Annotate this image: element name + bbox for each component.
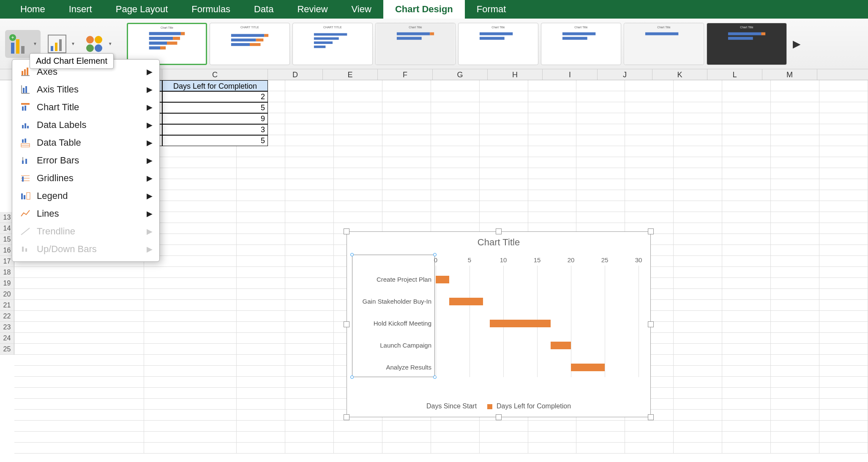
chart-style-7[interactable]: Chart Title [624,23,704,65]
resize-handle[interactable] [344,228,349,234]
svg-rect-54 [27,68,28,75]
svg-rect-81 [25,248,27,252]
tab-view[interactable]: View [340,0,383,19]
tab-chart-design[interactable]: Chart Design [383,0,465,19]
data-bar[interactable] [449,298,483,305]
data-bar[interactable] [571,364,605,371]
style-gallery-more-button[interactable]: ▶ [789,38,804,50]
svg-rect-68 [22,139,24,143]
chart-style-1[interactable]: Chart Title [127,23,207,65]
menu-item-gridlines[interactable]: Gridlines ▶ [12,169,159,187]
plot-area[interactable]: 051015202530Create Project PlanGain Stak… [436,256,639,377]
column-header[interactable]: I [543,69,598,80]
svg-rect-37 [430,32,434,35]
chart-style-8[interactable]: Chart Title [707,23,787,65]
row-header[interactable]: 23 [0,322,14,333]
svg-rect-78 [24,195,25,199]
svg-text:CHART TITLE: CHART TITLE [240,25,259,28]
menu-item-label: Legend [37,190,68,201]
resize-handle[interactable] [648,414,654,420]
row-header[interactable]: 20 [0,289,14,300]
svg-rect-72 [25,159,27,164]
table-header-cell[interactable]: Days Left for Completion [162,80,268,91]
svg-rect-65 [27,126,29,128]
chevron-right-icon: ▶ [147,191,153,201]
column-header[interactable]: J [598,69,652,80]
chart-style-3[interactable]: CHART TITLE [292,23,373,65]
category-label: Analyze Results [347,364,431,371]
menu-item-axis-titles[interactable]: Axis Titles ▶ [12,81,159,98]
menu-item-chart-title[interactable]: Chart Title ▶ [12,98,159,116]
svg-rect-76 [22,177,24,182]
column-header[interactable]: C [162,69,268,80]
menu-item-data-labels[interactable]: Data Labels ▶ [12,116,159,134]
svg-rect-17 [173,37,180,40]
menu-item-up-down-bars: Up/Down Bars ▶ [12,240,159,258]
tab-home[interactable]: Home [8,0,57,19]
row-header[interactable]: 25 [0,344,14,355]
menu-item-error-bars[interactable]: Error Bars ▶ [12,152,159,169]
column-header[interactable]: D [268,69,323,80]
column-header[interactable]: G [433,69,488,80]
chart-style-2[interactable]: CHART TITLE [210,23,290,65]
legend-swatch-icon [487,404,492,409]
table-cell[interactable]: 3 [162,124,268,135]
svg-rect-21 [160,46,166,49]
plot-area-selection[interactable] [352,255,435,377]
data-bar[interactable] [436,276,449,283]
row-header[interactable]: 24 [0,333,14,344]
resize-handle[interactable] [350,253,354,256]
resize-handle[interactable] [648,228,654,234]
legend-entry[interactable]: Days Since Start [426,402,477,410]
tab-formulas[interactable]: Formulas [180,0,242,19]
column-header[interactable]: E [323,69,378,80]
resize-handle[interactable] [344,414,349,420]
row-header[interactable]: 18 [0,267,14,278]
svg-rect-56 [23,88,25,93]
menu-item-lines[interactable]: Lines ▶ [12,205,159,223]
embedded-chart[interactable]: Chart Title 051015202530Create Project P… [347,231,651,417]
table-cell[interactable]: 5 [162,102,268,113]
resize-handle[interactable] [496,414,502,420]
tab-format[interactable]: Format [465,0,518,19]
tab-page-layout[interactable]: Page Layout [104,0,180,19]
svg-rect-52 [22,71,23,75]
row-header[interactable]: 22 [0,311,14,322]
svg-rect-23 [231,34,264,37]
table-cell[interactable]: 5 [162,135,268,146]
quick-layout-icon [46,33,68,54]
lines-icon [20,208,31,219]
chart-style-5[interactable]: Chart Title [458,23,538,65]
data-bar[interactable] [490,320,551,327]
resize-handle[interactable] [648,321,654,327]
legend-entry[interactable]: Days Left for Completion [497,402,571,410]
chart-title-icon [20,102,31,113]
svg-rect-41 [480,37,505,40]
resize-handle[interactable] [433,253,437,256]
data-bar[interactable] [551,342,571,349]
svg-rect-25 [231,38,256,41]
tab-insert[interactable]: Insert [57,0,104,19]
chart-style-6[interactable]: Chart Title [541,23,621,65]
resize-handle[interactable] [496,228,502,234]
menu-item-legend[interactable]: Legend ▶ [12,187,159,205]
chart-style-4[interactable]: Chart Title [375,23,456,65]
menu-item-data-table[interactable]: Data Table ▶ [12,134,159,152]
chart-legend[interactable]: Days Since Start Days Left for Completio… [347,402,650,410]
column-header[interactable]: L [707,69,762,80]
tab-review[interactable]: Review [285,0,339,19]
row-header[interactable]: 21 [0,300,14,311]
svg-rect-7 [55,43,57,51]
menu-item-label: Trendline [37,226,75,237]
table-cell[interactable]: 9 [162,113,268,124]
row-header[interactable]: 19 [0,278,14,289]
tab-data[interactable]: Data [242,0,285,19]
column-header[interactable]: K [652,69,707,80]
column-header[interactable]: M [762,69,817,80]
svg-text:Chart Title: Chart Title [740,25,753,28]
chevron-right-icon: ▶ [147,103,153,112]
resize-handle[interactable] [350,375,354,379]
column-header[interactable]: F [378,69,433,80]
column-header[interactable]: H [488,69,543,80]
table-cell[interactable]: 2 [162,91,268,102]
